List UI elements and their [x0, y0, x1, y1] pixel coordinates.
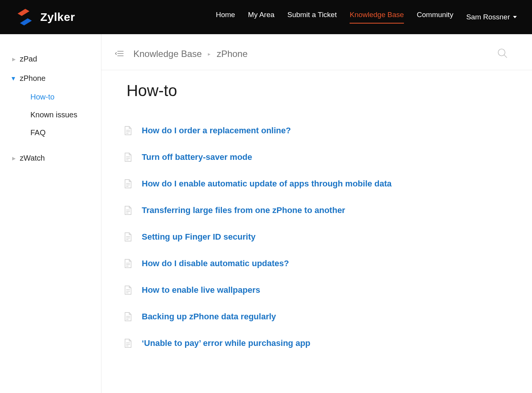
article-list: How do I order a replacement online? Tur…: [124, 117, 509, 357]
document-icon: [124, 259, 132, 268]
document-icon: [124, 126, 132, 135]
brand-name: Zylker: [40, 11, 75, 24]
sidebar-item-faq[interactable]: FAQ: [0, 124, 101, 142]
sidebar-category-label: zPhone: [20, 74, 46, 83]
caret-down-icon: [513, 16, 517, 18]
article-link[interactable]: Transferring large files from one zPhone…: [142, 205, 345, 215]
brand[interactable]: Zylker: [15, 8, 75, 27]
document-icon: [124, 179, 132, 188]
svg-point-3: [498, 49, 505, 56]
sidebar-category-zwatch[interactable]: ▶ zWatch: [0, 148, 101, 168]
article-item: How do I order a replacement online?: [124, 117, 509, 144]
search-icon[interactable]: [497, 48, 508, 60]
document-icon: [124, 339, 132, 348]
chevron-right-icon: ▶: [12, 57, 16, 62]
article-item: How do I disable automatic updates?: [124, 250, 509, 277]
article-link[interactable]: How do I enable automatic update of apps…: [142, 179, 392, 189]
article-item: Setting up Finger ID security: [124, 224, 509, 250]
chevron-right-icon: ▶: [12, 156, 16, 161]
nav-user-name: Sam Rossner: [466, 13, 510, 21]
brand-logo-icon: [15, 8, 34, 27]
nav-knowledge-base[interactable]: Knowledge Base: [350, 11, 404, 24]
article-link[interactable]: Setting up Finger ID security: [142, 232, 255, 242]
article-link[interactable]: How do I order a replacement online?: [142, 126, 291, 136]
sidebar-item-known-issues[interactable]: Known issues: [0, 106, 101, 124]
document-icon: [124, 232, 132, 241]
document-icon: [124, 312, 132, 321]
article-link[interactable]: How to enable live wallpapers: [142, 285, 260, 295]
article-item: How do I enable automatic update of apps…: [124, 170, 509, 197]
sidebar-item-how-to[interactable]: How-to: [0, 88, 101, 106]
sidebar-category-zphone[interactable]: ▶ zPhone: [0, 69, 101, 88]
chevron-down-icon: ▶: [11, 77, 16, 80]
breadcrumb-root[interactable]: Knowledge Base: [133, 49, 202, 59]
main: Knowledge Base ▸ zPhone How-to How do I …: [101, 34, 532, 393]
body: ▶ zPad ▶ zPhone How-to Known issues: [0, 34, 532, 393]
breadcrumb-separator-icon: ▸: [208, 51, 211, 57]
sidebar: ▶ zPad ▶ zPhone How-to Known issues: [0, 34, 101, 393]
nav-submit-ticket[interactable]: Submit a Ticket: [287, 11, 337, 24]
breadcrumb-current[interactable]: zPhone: [217, 49, 247, 59]
page-header: Knowledge Base ▸ zPhone: [101, 34, 532, 70]
nav-my-area[interactable]: My Area: [248, 11, 275, 24]
article-link[interactable]: How do I disable automatic updates?: [142, 259, 289, 268]
article-link[interactable]: ‘Unable to pay’ error while purchasing a…: [142, 338, 310, 348]
sidebar-item-label: How-to: [30, 93, 54, 101]
breadcrumb: Knowledge Base ▸ zPhone: [133, 49, 248, 59]
article-item: Backing up zPhone data regularly: [124, 303, 509, 330]
page-title: How-to: [127, 82, 509, 100]
sidebar-category-label: zPad: [20, 55, 37, 63]
collapse-sidebar-icon[interactable]: [115, 50, 124, 58]
sidebar-category-zpad[interactable]: ▶ zPad: [0, 49, 101, 69]
nav-community[interactable]: Community: [417, 11, 453, 24]
article-item: Transferring large files from one zPhone…: [124, 197, 509, 224]
article-item: How to enable live wallpapers: [124, 277, 509, 303]
nav-user-menu[interactable]: Sam Rossner: [466, 13, 517, 21]
svg-line-4: [504, 55, 507, 58]
document-icon: [124, 206, 132, 215]
article-item: Turn off battery-saver mode: [124, 144, 509, 170]
sidebar-category-label: zWatch: [20, 154, 45, 163]
content: How-to How do I order a replacement onli…: [101, 70, 532, 372]
article-link[interactable]: Turn off battery-saver mode: [142, 152, 252, 162]
article-link[interactable]: Backing up zPhone data regularly: [142, 312, 276, 322]
article-item: ‘Unable to pay’ error while purchasing a…: [124, 330, 509, 357]
sidebar-item-label: FAQ: [30, 128, 46, 137]
document-icon: [124, 286, 132, 295]
primary-nav: Home My Area Submit a Ticket Knowledge B…: [216, 11, 517, 24]
document-icon: [124, 153, 132, 162]
nav-home[interactable]: Home: [216, 11, 235, 24]
sidebar-item-label: Known issues: [30, 110, 77, 119]
topbar: Zylker Home My Area Submit a Ticket Know…: [0, 0, 532, 34]
